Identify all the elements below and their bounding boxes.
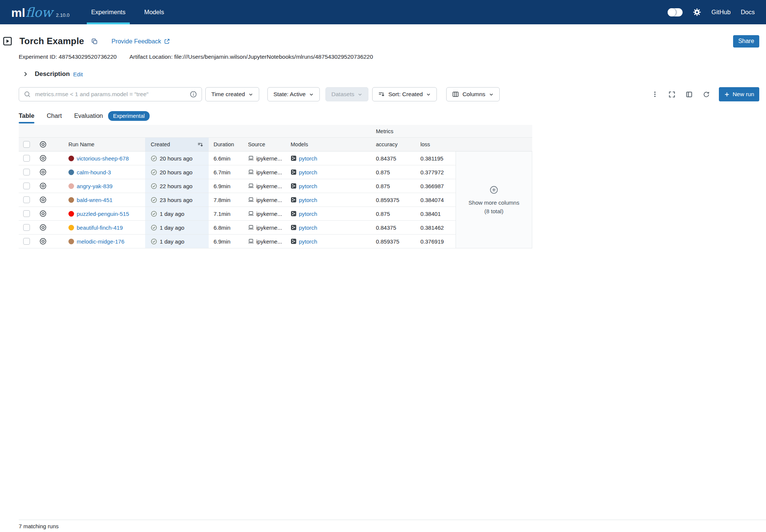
search-input[interactable] (34, 91, 186, 98)
theme-toggle[interactable] (668, 8, 683, 16)
model-icon (291, 224, 297, 230)
model-icon (291, 211, 297, 217)
row-checkbox[interactable] (23, 238, 30, 245)
logo-ml-text: ml (11, 7, 25, 19)
source-text[interactable]: ipykerne... (256, 238, 282, 245)
nav-experiments-label: Experiments (91, 9, 126, 16)
docs-link[interactable]: Docs (741, 9, 755, 16)
col-header-created[interactable]: Created (145, 138, 209, 151)
loss-cell: 0.384074 (410, 193, 456, 207)
visibility-icon[interactable] (39, 140, 47, 149)
search-icon (24, 91, 31, 98)
run-name-link[interactable]: beautiful-finch-419 (77, 224, 123, 231)
copy-icon[interactable] (91, 38, 98, 45)
visibility-icon[interactable] (39, 237, 47, 245)
col-header-models[interactable]: Models (286, 141, 368, 147)
time-created-dropdown[interactable]: Time created (205, 87, 259, 101)
experiment-meta: Experiment ID: 487543029520736220 Artifa… (19, 53, 766, 60)
row-checkbox[interactable] (23, 155, 30, 162)
col-header-source[interactable]: Source (243, 141, 286, 147)
table-row: bald-wren-451 23 hours ago 7.8min ipyker… (19, 193, 456, 207)
more-options-icon[interactable] (652, 91, 658, 98)
visibility-icon[interactable] (39, 154, 47, 162)
source-text[interactable]: ipykerne... (256, 197, 282, 203)
datasets-dropdown[interactable]: Datasets (325, 87, 368, 101)
created-text: 20 hours ago (160, 169, 193, 175)
row-checkbox[interactable] (23, 183, 30, 189)
page-title: Torch Example (19, 36, 84, 46)
mlflow-logo[interactable]: mlflow 2.10.0 (11, 6, 70, 19)
source-text[interactable]: ipykerne... (256, 211, 282, 217)
side-panel-icon[interactable] (686, 91, 693, 98)
chevron-down-icon (358, 92, 362, 97)
source-text[interactable]: ipykerne... (256, 183, 282, 189)
columns-dropdown[interactable]: Columns (446, 87, 499, 101)
refresh-icon[interactable] (703, 91, 710, 98)
select-all-checkbox[interactable] (23, 141, 30, 148)
github-link[interactable]: GitHub (711, 9, 730, 16)
col-header-created-label: Created (151, 141, 170, 147)
row-checkbox[interactable] (23, 210, 30, 217)
tab-chart[interactable]: Chart (47, 112, 62, 123)
model-link[interactable]: pytorch (299, 211, 317, 217)
row-checkbox[interactable] (23, 169, 30, 175)
runs-toolbar: Time created State: Active Datasets Sort… (19, 87, 759, 101)
source-text[interactable]: ipykerne... (256, 224, 282, 231)
source-text[interactable]: ipykerne... (256, 155, 282, 162)
new-run-button[interactable]: New run (719, 87, 759, 101)
duration-cell: 7.8min (209, 193, 243, 207)
visibility-icon[interactable] (39, 196, 47, 204)
table-body: victorious-sheep-678 20 hours ago 6.6min… (19, 152, 532, 248)
chevron-right-icon[interactable] (22, 71, 28, 77)
col-header-duration[interactable]: Duration (209, 141, 243, 147)
sort-dropdown[interactable]: Sort: Created (372, 87, 437, 101)
visibility-icon[interactable] (39, 210, 47, 218)
run-name-link[interactable]: bald-wren-451 (77, 197, 113, 203)
show-more-columns-button[interactable]: Show more columns (8 total) (456, 152, 532, 248)
description-edit-link[interactable]: Edit (73, 71, 83, 77)
check-circle-icon (151, 224, 157, 231)
run-name-link[interactable]: victorious-sheep-678 (77, 155, 129, 162)
row-checkbox[interactable] (23, 196, 30, 203)
loss-cell: 0.38401 (410, 207, 456, 220)
run-name-link[interactable]: melodic-midge-176 (77, 238, 125, 245)
tab-table[interactable]: Table (19, 112, 34, 123)
col-header-accuracy[interactable]: accuracy (368, 141, 410, 147)
col-header-loss[interactable]: loss (410, 141, 456, 147)
visibility-icon[interactable] (39, 223, 47, 232)
model-link[interactable]: pytorch (299, 197, 317, 203)
state-filter-dropdown[interactable]: State: Active (267, 87, 320, 101)
table-row: calm-hound-3 20 hours ago 6.7min ipykern… (19, 165, 456, 179)
run-name-link[interactable]: angry-yak-839 (77, 183, 113, 189)
experimental-badge: Experimental (108, 111, 150, 121)
info-icon[interactable] (190, 91, 197, 98)
col-header-run-name[interactable]: Run Name (52, 141, 145, 147)
model-link[interactable]: pytorch (299, 224, 317, 231)
run-name-link[interactable]: calm-hound-3 (77, 169, 111, 175)
row-checkbox[interactable] (23, 224, 30, 231)
model-icon (291, 238, 297, 244)
visibility-icon[interactable] (39, 182, 47, 190)
metrics-group-header: Metrics (19, 125, 532, 138)
check-circle-icon (151, 169, 157, 175)
fullscreen-icon[interactable] (668, 91, 675, 98)
model-link[interactable]: pytorch (299, 238, 317, 245)
share-button[interactable]: Share (733, 35, 759, 48)
provide-feedback-link[interactable]: Provide Feedback (111, 38, 170, 45)
gear-icon[interactable] (693, 8, 701, 16)
metrics-group-label: Metrics (368, 128, 456, 134)
nav-models[interactable]: Models (142, 0, 166, 24)
accuracy-cell: 0.84375 (368, 221, 410, 234)
tab-evaluation[interactable]: Evaluation (74, 112, 103, 123)
run-color-dot (68, 225, 74, 230)
source-text[interactable]: ipykerne... (256, 169, 282, 175)
model-link[interactable]: pytorch (299, 183, 317, 189)
visibility-icon[interactable] (39, 168, 47, 176)
model-link[interactable]: pytorch (299, 169, 317, 175)
run-name-link[interactable]: puzzled-penguin-515 (77, 211, 129, 217)
nav-experiments[interactable]: Experiments (89, 0, 128, 24)
check-circle-icon (151, 211, 157, 217)
model-icon (291, 197, 297, 203)
loss-cell: 0.377972 (410, 165, 456, 179)
model-link[interactable]: pytorch (299, 155, 317, 162)
